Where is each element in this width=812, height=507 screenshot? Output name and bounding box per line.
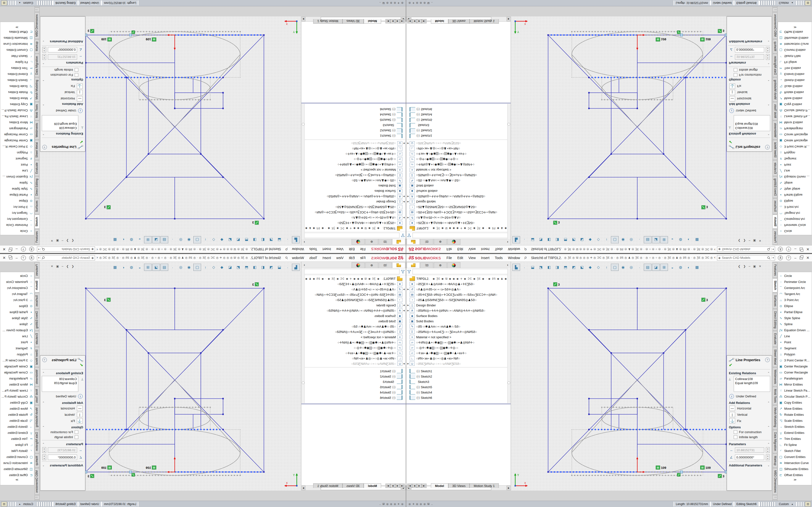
panel-help-icon[interactable]: ?: [765, 357, 770, 362]
relation-badge-slash[interactable]: [132, 473, 135, 476]
tab-nav-arrow-icon[interactable]: |◀: [407, 484, 412, 488]
sketch-tool-item[interactable]: ∿ Spline: [0, 321, 34, 327]
relation-badge-3-topleft[interactable]: 3: [553, 282, 560, 286]
add-relation-button[interactable]: | Vertical: [40, 411, 85, 418]
scroll-right-arrow-icon[interactable]: ▶: [507, 486, 511, 490]
feature-manager-tab[interactable]: [407, 239, 420, 245]
tree-item[interactable]: ▤ ○Ϩ5✛ƐƷ5Ϩ○ИN◎∘✛ƆCƐƷ∪϶Ϩ5○∘○5Ϩ϶∪ƷƐCƆ✛∘◎NИ…: [407, 292, 511, 297]
command-manager-tab[interactable]: Surfaces: [35, 199, 40, 214]
sketch-tool-item[interactable]: ◫ Silhouette Entities: [0, 35, 34, 41]
menu-item[interactable]: Tools: [307, 255, 319, 261]
command-manager-tab[interactable]: Sheet Metal: [772, 140, 777, 160]
sketch-tool-item[interactable]: ≋ Intersection Curve: [0, 460, 34, 466]
parameters-header[interactable]: Parameters ⌃: [40, 441, 85, 446]
relation-badge-slash[interactable]: [677, 31, 680, 34]
sketch-tool-item[interactable]: → Stretch Entities: [778, 424, 812, 430]
sketch-tool-item[interactable]: ⌒ Centerpoint Arc: [0, 285, 34, 291]
tree-item[interactable]: ∟ ○ИN∘϶ɘ∘♟◎○∘○◎♟∘ɘ϶∘NИ○: [301, 146, 405, 151]
sketch-tool-item[interactable]: ∿ Style Spline: [778, 315, 812, 321]
feature-manager-tab[interactable]: [447, 262, 460, 268]
command-manager-tab[interactable]: Sketch: [772, 278, 777, 292]
feature-manager-tab[interactable]: [392, 262, 405, 268]
expander-arrow-icon[interactable]: ▶: [402, 217, 405, 219]
tree-sketch-item[interactable]: (-) Sketch4: [407, 390, 511, 395]
equal-length-badge-left[interactable]: 109: [656, 466, 666, 469]
command-manager-tab[interactable]: Direct Editing: [35, 176, 40, 198]
parameter-input[interactable]: 0.00000000°: [48, 455, 77, 460]
model-tab[interactable]: 3D Views: [343, 19, 364, 24]
options-header[interactable]: Options ⌃: [40, 77, 85, 83]
sketch-tool-item[interactable]: ▭ Corner Rectangle: [0, 370, 34, 376]
sketch-tool-item[interactable]: ◹ Scale Entities: [778, 418, 812, 424]
sketch-tool-item[interactable]: ↗ Move Entities: [0, 406, 34, 412]
search-scope-caret-icon[interactable]: ▾: [38, 248, 41, 250]
tree-item[interactable]: ▶ A ○Ϩ5ИN◎∘✛Α✛◎ИNΑ○∘○ΑNИ◎✛Α✛∘◎NИ5Ϩ○: [407, 194, 511, 199]
relation-badge-slash[interactable]: [677, 473, 680, 476]
command-manager-tab[interactable]: Direct Editing: [772, 176, 777, 198]
scroll-right-arrow-icon[interactable]: ▶: [301, 17, 305, 21]
tree-vertical-scrollbar[interactable]: [507, 268, 511, 403]
sketch-tool-item[interactable]: ↗ Move Entities: [0, 95, 34, 101]
command-manager-tab[interactable]: Sketch: [772, 215, 777, 228]
tree-sketch-item[interactable]: (-) Sketch5: [301, 384, 405, 390]
tree-item[interactable]: ▱ ○✛϶ɘ∘♟○✱◉[|]○∘○[|]◉✱○♟∘ɘ϶✛○: [301, 350, 405, 356]
user-account-icon[interactable]: [29, 256, 34, 260]
menu-item[interactable]: Window: [506, 246, 522, 252]
tree-item[interactable]: ▶ ⊔ ○Ϩ5ƐƷИNɅ∪·○∘○·∪ɅNИƷƐ5Ϩ○: [301, 361, 405, 366]
tree-item[interactable]: ★ ○Ϩ5ƷƐ✛∘♟◎ΛΑΦ○∘○ΦΑΛ◎♟∘✛ƐƷ5Ϩ○: [301, 281, 405, 287]
option-row[interactable]: For construction: [727, 72, 772, 77]
sketch-tool-item[interactable]: ◌ Perimeter Circle: [0, 279, 34, 285]
tree-sketch-item[interactable]: (-) Sketch1: [301, 369, 405, 374]
expander-arrow-icon[interactable]: ▶: [402, 288, 405, 290]
command-manager-tab[interactable]: ⋮: [35, 7, 40, 12]
tree-sketch-item[interactable]: (-) Sketch6: [301, 395, 405, 400]
add-relation-button[interactable]: — Horizontal: [727, 405, 772, 411]
sketch-tool-item[interactable]: ↻ Rotate Entities: [0, 89, 34, 95]
tree-item[interactable]: ▱ ○·◎✛○✱◉[|]○∘○[|]◉✱○✛◎·○: [407, 345, 511, 350]
relation-badge-3-bottom[interactable]: 3: [88, 474, 94, 478]
equal-length-badge-left[interactable]: 109: [656, 38, 666, 41]
tab-nav-arrow-icon[interactable]: ◀: [395, 484, 400, 488]
tree-filter-input[interactable]: [302, 233, 400, 238]
existing-relations-header[interactable]: Existing Relations ⌃: [727, 370, 772, 376]
minimize-button[interactable]: –: [794, 247, 796, 251]
relation-badge-3-bottom[interactable]: 3: [718, 474, 724, 478]
menu-item[interactable]: View: [466, 255, 478, 261]
relations-listbox[interactable]: Collinear108Equal length109: [734, 376, 770, 392]
command-manager-tab[interactable]: Surfaces: [772, 199, 777, 214]
relation-badge-3-topleft[interactable]: 3: [252, 282, 259, 286]
sketch-tool-item[interactable]: ▢ Convert Entities: [0, 454, 34, 460]
relation-list-item[interactable]: Equal length109: [43, 381, 77, 385]
tab-nav-arrow-icon[interactable]: ▶: [417, 484, 422, 488]
tree-sketch-item[interactable]: (-) Sketch1: [407, 133, 511, 138]
sketch-tool-item[interactable]: ▣ Center Rectangle: [778, 363, 812, 370]
search-box[interactable]: ◈ Search CAD Models ▾: [37, 255, 95, 261]
tree-sketch-item[interactable]: (-) Sketch5: [407, 384, 511, 390]
add-relations-header[interactable]: Add Relations ⌃: [40, 400, 85, 405]
feature-manager-tab[interactable]: ⦙⊟: [379, 239, 392, 245]
tree-item[interactable]: ★ ○Ϩ5ƷƐ✛∘♟◎ΛΑΦ○∘○ΦΑΛ◎♟∘✛ƐƷ5Ϩ○: [407, 220, 511, 226]
tree-sketch-item[interactable]: (-) Sketch4: [301, 112, 405, 117]
sketch-tool-item[interactable]: ∟ Fit Spline: [778, 59, 812, 65]
option-row[interactable]: For construction: [727, 430, 772, 435]
sketch-tool-item[interactable]: ◖ Partial Ellipse: [0, 309, 34, 315]
search-icon[interactable]: [767, 248, 770, 251]
command-manager-tab[interactable]: Sheet Metal: [35, 140, 40, 160]
menu-item[interactable]: Edit: [455, 255, 465, 261]
tab-nav-arrow-icon[interactable]: |◀: [400, 484, 405, 488]
tree-item[interactable]: ▶ ↺ ○Ʌ♟◎✛Ϩ5∘϶○∘○϶∘5Ϩ✛◎♟Ʌ○: [301, 287, 405, 292]
sketch-tool-item[interactable]: ↗ Move Entities: [778, 95, 812, 101]
sketch-tool-item[interactable]: ◠ Tangent Arc: [0, 291, 34, 297]
tree-item[interactable]: ◔ ○Ϩ5♟◎5ϨИNƐƷ5Ϩ○∘○5ϨƷƐNИϨ5◎♟5Ϩ○: [407, 205, 511, 210]
add-relation-button[interactable]: ⚓ Fix: [40, 418, 85, 424]
sketch-tool-item[interactable]: → Stretch Entities: [778, 77, 812, 83]
checkbox[interactable]: [75, 68, 78, 72]
expander-arrow-icon[interactable]: ▶: [407, 195, 410, 198]
sketch-tool-item[interactable]: # Segment: [778, 156, 812, 162]
sketch-tool-item[interactable]: ▣ Copy Entities: [0, 101, 34, 107]
model-tab[interactable]: 3D Views: [448, 483, 470, 488]
tree-filter-input[interactable]: [302, 269, 400, 274]
command-manager-tab[interactable]: ⋮: [35, 495, 40, 500]
tree-sketch-item[interactable]: Sketch3: [407, 123, 511, 128]
tabs-overflow-chevron-icon[interactable]: ›: [304, 263, 305, 267]
